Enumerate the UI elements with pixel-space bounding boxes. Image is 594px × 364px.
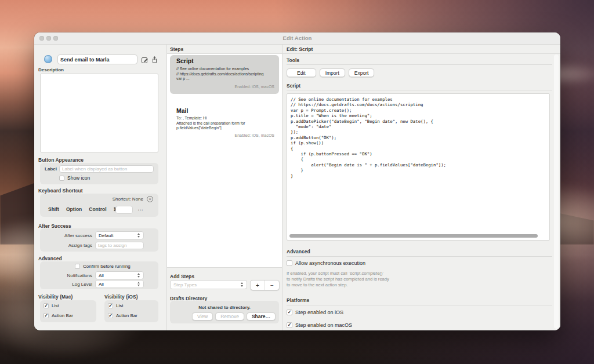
add-steps-title: Add Steps — [170, 274, 194, 279]
popup-stepper-icon — [136, 233, 142, 238]
step-types-placeholder: Step Types — [173, 282, 239, 287]
drafts-directory-box: Not shared to directory. View Remove Sha… — [170, 301, 279, 323]
edit-button[interactable]: Edit — [287, 68, 316, 77]
step-types-popup[interactable]: Step Types — [170, 280, 247, 289]
notifications-label: Notifications — [40, 273, 92, 278]
step-advanced-title: Advanced — [287, 249, 310, 254]
step-summary-line: p.fieldValues["dateBegin"] — [176, 126, 274, 130]
async-help-line: to notify Drafts the script has complete… — [287, 276, 389, 282]
step-item-script[interactable]: Script // See online documentation for e… — [170, 55, 279, 94]
directory-share-button[interactable]: Share… — [247, 312, 276, 321]
visibility-mac-box: List Action Bar — [40, 300, 96, 322]
confirm-before-running-label: Confirm before running — [83, 264, 131, 269]
script-code-text: // See online documentation for examples… — [291, 97, 546, 179]
label-field-label: Label — [45, 166, 57, 172]
ios-list-checkbox[interactable] — [108, 303, 113, 308]
action-name-input[interactable] — [57, 54, 137, 64]
after-success-popup[interactable]: Default — [95, 231, 144, 239]
step-summary-line: To: , Template: Hi — [176, 116, 274, 120]
notifications-value: All — [99, 273, 136, 278]
visibility-mac-title: Visibility (Mac) — [38, 294, 73, 300]
ios-list-label: List — [116, 303, 123, 308]
allow-async-label: Allow asynchronous execution — [295, 260, 365, 266]
directory-status: Not shared to directory. — [170, 305, 279, 310]
add-step-button[interactable]: + — [251, 281, 265, 290]
description-textarea[interactable] — [40, 74, 158, 152]
button-label-input[interactable] — [59, 165, 154, 173]
advanced-title: Advanced — [38, 256, 62, 261]
description-label: Description — [38, 67, 64, 72]
after-success-box: After success Default Assign tags — [40, 228, 158, 252]
keyboard-shortcut-title: Keyboard Shortcut — [38, 188, 83, 194]
popup-stepper-icon — [136, 282, 142, 286]
step-summary-line: // See online documentation for examples — [176, 67, 274, 71]
async-help-line: If enabled, your script must call `scrip… — [287, 271, 384, 276]
script-title: Script — [287, 83, 300, 89]
button-appearance-box: Label Show icon — [40, 163, 158, 184]
step-summary-line: Attached is the call preparation form fo… — [176, 121, 274, 125]
advanced-box: Confirm before running Notifications All… — [40, 261, 158, 289]
shortcut-more-button[interactable]: … — [137, 205, 144, 212]
visibility-ios-title: Visibility (iOS) — [104, 294, 137, 300]
ios-action-bar-checkbox[interactable] — [108, 313, 113, 318]
after-success-label: After success — [40, 233, 92, 238]
shortcut-key-input[interactable] — [115, 206, 133, 214]
action-settings-panel: Description Button Appearance Label Show… — [34, 45, 167, 330]
title-bar[interactable]: Edit Action — [34, 32, 560, 45]
step-summary-line: var p ... — [176, 77, 274, 81]
async-help-line: to move to the next action step. — [287, 282, 348, 287]
mac-list-checkbox[interactable] — [44, 303, 49, 308]
script-code-editor[interactable]: // See online documentation for examples… — [287, 93, 550, 241]
import-button[interactable]: Import — [320, 68, 345, 77]
button-appearance-title: Button Appearance — [38, 157, 84, 163]
edit-icon-button[interactable] — [141, 56, 148, 63]
step-summary-line: // https://docs.getdrafts.com/docs/actio… — [176, 72, 274, 76]
allow-async-checkbox[interactable] — [287, 260, 292, 266]
mac-action-bar-label: Action Bar — [52, 313, 73, 318]
add-remove-step-segment: + − — [250, 280, 280, 290]
shortcut-status: Shortcut: None — [113, 196, 143, 202]
modifier-option[interactable]: Option — [66, 206, 82, 212]
step-enabled-badge: Enabled: iOS, macOS — [235, 85, 274, 89]
macos-enabled-checkbox[interactable] — [287, 322, 292, 328]
log-level-label: Log Level — [40, 282, 92, 287]
window-title: Edit Action — [34, 35, 560, 41]
steps-header: Steps — [167, 45, 282, 54]
show-icon-checkbox[interactable] — [59, 176, 64, 181]
log-level-value: All — [99, 282, 136, 287]
directory-remove-button[interactable]: Remove — [215, 312, 244, 321]
step-title: Script — [176, 57, 194, 64]
step-item-mail[interactable]: Mail To: , Template: Hi Attached is the … — [170, 106, 279, 142]
remove-step-button[interactable]: − — [265, 281, 279, 290]
code-horizontal-scrollbar[interactable] — [289, 234, 538, 238]
modifier-shift[interactable]: Shift — [48, 206, 59, 212]
action-icon[interactable] — [44, 55, 52, 63]
mac-action-bar-checkbox[interactable] — [44, 313, 49, 318]
export-button[interactable]: Export — [349, 68, 375, 77]
notifications-popup[interactable]: All — [95, 271, 144, 279]
platforms-title: Platforms — [287, 297, 309, 303]
step-enabled-badge: Enabled: iOS, macOS — [235, 133, 274, 137]
panel-scrollbar[interactable] — [554, 54, 559, 329]
clear-shortcut-icon[interactable]: × — [147, 196, 153, 202]
ios-action-bar-label: Action Bar — [116, 313, 137, 318]
tools-title: Tools — [287, 57, 299, 63]
mac-list-label: List — [52, 303, 59, 308]
edit-step-panel: Edit: Script Tools Edit Import Export Sc… — [282, 45, 560, 330]
confirm-before-running-checkbox[interactable] — [75, 264, 80, 269]
ios-enabled-checkbox[interactable] — [287, 310, 292, 315]
edit-action-window: Edit Action Description Button Appearanc… — [34, 32, 560, 330]
directory-view-button[interactable]: View — [192, 312, 213, 321]
popup-stepper-icon — [136, 273, 142, 278]
after-success-value: Default — [99, 233, 136, 238]
share-icon[interactable] — [151, 55, 158, 63]
log-level-popup[interactable]: All — [95, 280, 144, 288]
assign-tags-input[interactable] — [95, 242, 144, 249]
step-title: Mail — [176, 107, 188, 114]
keyboard-shortcut-box: Shortcut: None × Shift Option Control ⌘ … — [40, 194, 158, 217]
modifier-control[interactable]: Control — [89, 206, 106, 212]
edit-step-subtitle: Edit: Script — [287, 46, 313, 52]
ios-enabled-label: Step enabled on iOS — [295, 310, 343, 315]
popup-stepper-icon — [239, 282, 245, 287]
assign-tags-label: Assign tags — [40, 243, 92, 248]
